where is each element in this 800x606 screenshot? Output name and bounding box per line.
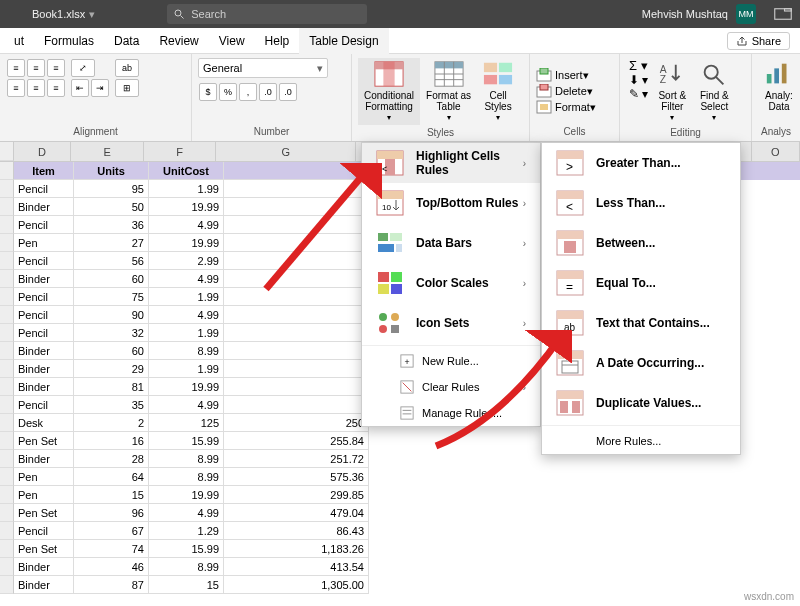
cell-styles-button[interactable]: Cell Styles▾ xyxy=(477,58,519,125)
svg-rect-22 xyxy=(540,104,548,110)
svg-rect-57 xyxy=(557,151,583,159)
svg-rect-42 xyxy=(391,272,402,282)
col-O[interactable]: O xyxy=(752,142,800,161)
delete-button[interactable]: Delete ▾ xyxy=(536,84,593,98)
search-icon xyxy=(173,8,185,20)
svg-rect-20 xyxy=(540,84,548,90)
align-right-icon[interactable]: ≡ xyxy=(47,79,65,97)
svg-rect-40 xyxy=(396,244,402,252)
share-icon xyxy=(736,35,748,47)
svg-rect-35 xyxy=(377,191,403,199)
clear-rules-item[interactable]: Clear Rules› xyxy=(362,374,540,400)
hcr-greater-than-[interactable]: >Greater Than... xyxy=(542,143,740,183)
ribbon-tabs: utFormulasDataReviewViewHelpTable Design… xyxy=(0,28,800,54)
table-row[interactable]: Binder87151,305.00 xyxy=(0,576,800,594)
title-bar: Book1.xlsx ▾ Search Mehvish Mushtaq MM xyxy=(0,0,800,28)
cf-menu-icon-sets[interactable]: Icon Sets› xyxy=(362,303,540,343)
hcr-less-than-[interactable]: <Less Than... xyxy=(542,183,740,223)
align-left-icon[interactable]: ≡ xyxy=(7,79,25,97)
more-rules-item[interactable]: More Rules... xyxy=(542,428,740,454)
inc-decimal-icon[interactable]: .0 xyxy=(259,83,277,101)
format-as-table-icon xyxy=(434,60,464,88)
indent-icon[interactable]: ⇥ xyxy=(91,79,109,97)
table-row[interactable]: Binder468.99413.54 xyxy=(0,558,800,576)
dec-decimal-icon[interactable]: .0 xyxy=(279,83,297,101)
percent-icon[interactable]: % xyxy=(219,83,237,101)
highlight-cells-rules-menu: >Greater Than...<Less Than...Between...=… xyxy=(541,142,741,455)
svg-rect-18 xyxy=(540,68,548,74)
svg-rect-38 xyxy=(390,233,402,241)
table-row[interactable]: Pen Set7415.991,183.26 xyxy=(0,540,800,558)
account-name[interactable]: Mehvish Mushtaq xyxy=(642,8,728,20)
group-editing: Σ ▾ ⬇ ▾ ✎ ▾ AZ Sort & Filter▾ Find & Sel… xyxy=(620,54,752,141)
svg-rect-53 xyxy=(401,407,413,419)
svg-rect-72 xyxy=(557,351,583,359)
hcr-between-[interactable]: Between... xyxy=(542,223,740,263)
svg-rect-2 xyxy=(775,9,792,20)
table-row[interactable]: Pen Set964.99479.04 xyxy=(0,504,800,522)
align-bot-icon[interactable]: ≡ xyxy=(47,59,65,77)
tab-view[interactable]: View xyxy=(209,28,255,54)
cf-menu-color-scales[interactable]: Color Scales› xyxy=(362,263,540,303)
hcr-duplicate-values-[interactable]: Duplicate Values... xyxy=(542,383,740,423)
merge-center-icon[interactable]: ⊞ xyxy=(115,79,139,97)
ribbon: ≡≡≡ ≡≡≡ ⤢ ⇤⇥ ab ⊞ Alignment General▾ $ %… xyxy=(0,54,800,142)
svg-text:<: < xyxy=(382,164,387,174)
svg-rect-27 xyxy=(767,74,772,83)
col-E[interactable]: E xyxy=(71,142,143,161)
align-mid-icon[interactable]: ≡ xyxy=(27,59,45,77)
menu-icon: ab xyxy=(556,310,584,336)
menu-icon xyxy=(556,350,584,376)
svg-rect-3 xyxy=(785,9,792,11)
clear-icon[interactable]: ✎ ▾ xyxy=(629,87,648,101)
tab-help[interactable]: Help xyxy=(255,28,300,54)
search-box[interactable]: Search xyxy=(167,4,367,24)
wrap-text-icon[interactable]: ab xyxy=(115,59,139,77)
new-rule-item[interactable]: +New Rule... xyxy=(362,348,540,374)
col-G[interactable]: G xyxy=(216,142,356,161)
orientation-icon[interactable]: ⤢ xyxy=(71,59,95,77)
number-format-select[interactable]: General▾ xyxy=(198,58,328,78)
ribbon-display-icon[interactable] xyxy=(774,7,792,21)
fill-icon[interactable]: ⬇ ▾ xyxy=(629,73,648,87)
tab-review[interactable]: Review xyxy=(149,28,208,54)
account-avatar[interactable]: MM xyxy=(736,4,756,24)
col-F[interactable]: F xyxy=(144,142,216,161)
insert-button[interactable]: Insert ▾ xyxy=(536,68,589,82)
tab-formulas[interactable]: Formulas xyxy=(34,28,104,54)
autosum-icon[interactable]: Σ ▾ xyxy=(629,58,648,73)
svg-text:+: + xyxy=(404,357,409,367)
align-top-icon[interactable]: ≡ xyxy=(7,59,25,77)
hcr-a-date-occurring-[interactable]: A Date Occurring... xyxy=(542,343,740,383)
accounting-icon[interactable]: $ xyxy=(199,83,217,101)
share-button[interactable]: Share xyxy=(727,32,790,50)
format-button[interactable]: Format ▾ xyxy=(536,100,596,114)
svg-rect-14 xyxy=(499,63,512,72)
cf-menu-data-bars[interactable]: Data Bars› xyxy=(362,223,540,263)
find-select-button[interactable]: Find & Select▾ xyxy=(693,58,735,125)
table-row[interactable]: Pencil671.2986.43 xyxy=(0,522,800,540)
hcr-equal-to-[interactable]: =Equal To... xyxy=(542,263,740,303)
chevron-right-icon: › xyxy=(523,318,526,329)
comma-icon[interactable]: , xyxy=(239,83,257,101)
cf-menu-top-bottom-rules[interactable]: 10Top/Bottom Rules› xyxy=(362,183,540,223)
menu-icon xyxy=(376,270,404,296)
analyze-icon xyxy=(764,60,794,88)
table-row[interactable]: Pen1519.99299.85 xyxy=(0,486,800,504)
table-row[interactable]: Pen648.99575.36 xyxy=(0,468,800,486)
col-D[interactable]: D xyxy=(14,142,72,161)
conditional-formatting-button[interactable]: Conditional Formatting▾ xyxy=(358,58,420,125)
analyze-data-button[interactable]: Analy: Data xyxy=(758,58,800,114)
tab-table-design[interactable]: Table Design xyxy=(299,28,388,54)
tab-data[interactable]: Data xyxy=(104,28,149,54)
sort-filter-button[interactable]: AZ Sort & Filter▾ xyxy=(651,58,693,125)
manage-rules-item[interactable]: Manage Rules... xyxy=(362,400,540,426)
format-as-table-button[interactable]: Format as Table▾ xyxy=(420,58,477,125)
hcr-text-that-contains-[interactable]: abText that Contains... xyxy=(542,303,740,343)
cf-menu-highlight-cells-rules[interactable]: <Highlight Cells Rules› xyxy=(362,143,540,183)
svg-rect-29 xyxy=(782,64,787,84)
outdent-icon[interactable]: ⇤ xyxy=(71,79,89,97)
dropdown-caret-icon[interactable]: ▾ xyxy=(89,8,95,21)
tab-ut[interactable]: ut xyxy=(4,28,34,54)
align-center-icon[interactable]: ≡ xyxy=(27,79,45,97)
